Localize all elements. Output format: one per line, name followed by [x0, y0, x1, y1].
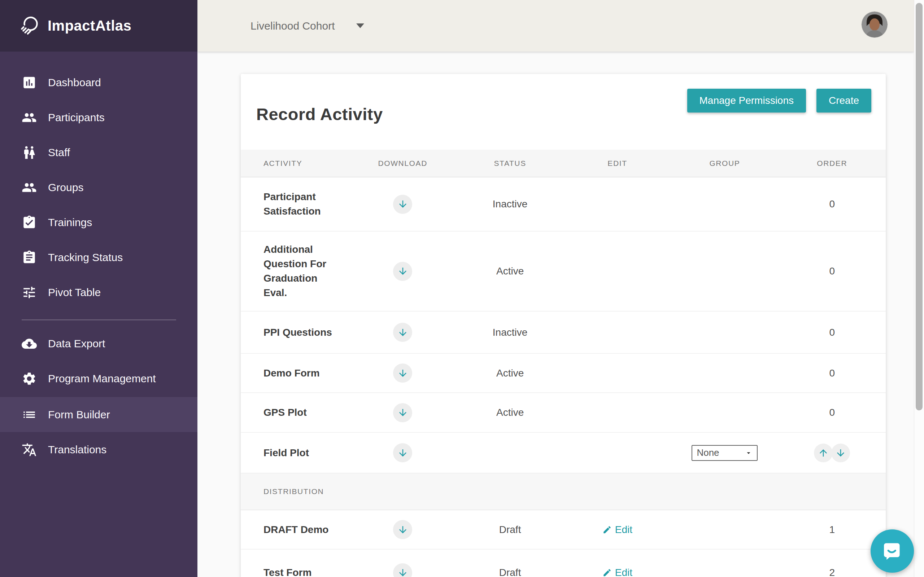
arrow-down-icon	[397, 567, 408, 577]
download-button[interactable]	[393, 443, 412, 462]
table-row: GPS Plot Active 0	[241, 393, 886, 433]
sidebar-item-label: Pivot Table	[48, 286, 101, 298]
sidebar-divider	[22, 319, 176, 320]
activity-name: DRAFT Demo	[263, 522, 328, 537]
group-select-value: None	[696, 447, 745, 458]
status-text: Inactive	[493, 327, 528, 338]
download-button[interactable]	[393, 323, 412, 342]
sidebar-item-translations[interactable]: Translations	[0, 432, 197, 467]
sidebar-item-label: Trainings	[48, 216, 92, 229]
chat-bubble-icon	[882, 541, 903, 561]
column-header-download: DOWNLOAD	[349, 159, 456, 168]
sidebar-item-groups[interactable]: Groups	[0, 170, 197, 205]
move-down-button[interactable]	[831, 443, 850, 462]
sidebar-item-label: Participants	[48, 111, 105, 124]
form-builder-icon	[22, 407, 37, 422]
arrow-down-icon	[397, 524, 408, 535]
status-text: Active	[496, 367, 524, 379]
trainings-icon	[22, 215, 37, 230]
scrollbar-track	[914, 0, 924, 577]
scrollbar-thumb[interactable]	[916, 3, 922, 410]
pivot-table-icon	[22, 285, 37, 300]
sidebar-item-program-management[interactable]: Program Management	[0, 361, 197, 396]
caret-down-icon	[356, 23, 364, 28]
sidebar-item-pivot-table[interactable]: Pivot Table	[0, 275, 197, 310]
arrow-down-icon	[397, 266, 408, 277]
chat-launcher-button[interactable]	[871, 529, 914, 573]
table-row: Participant Satisfaction Inactive 0	[241, 177, 886, 232]
status-text: Inactive	[493, 198, 528, 210]
order-value: 0	[829, 407, 835, 418]
cohort-selector-value: Livelihood Cohort	[250, 20, 334, 32]
program-management-icon	[22, 371, 37, 386]
edit-link-label: Edit	[615, 524, 632, 535]
sidebar-item-label: Form Builder	[48, 409, 110, 421]
table-row: Additional Question For Graduation Eval.…	[241, 232, 886, 311]
column-header-activity: ACTIVITY	[241, 159, 349, 168]
order-value: 0	[829, 266, 835, 277]
cohort-selector[interactable]: Livelihood Cohort	[250, 0, 364, 52]
table-header-row: ACTIVITY DOWNLOAD STATUS EDIT GROUP ORDE…	[241, 150, 886, 177]
sidebar-item-tracking-status[interactable]: Tracking Status	[0, 240, 197, 275]
download-button[interactable]	[393, 364, 412, 383]
create-button[interactable]: Create	[816, 89, 871, 113]
table-row: Test Form Draft Edit 2	[241, 550, 886, 577]
activity-name: Additional Question For Graduation Eval.	[263, 242, 340, 300]
column-header-edit: EDIT	[564, 159, 671, 168]
download-button[interactable]	[393, 520, 412, 539]
activity-name: Test Form	[263, 566, 312, 577]
group-select[interactable]: None	[691, 445, 758, 461]
sidebar-item-participants[interactable]: Participants	[0, 100, 197, 135]
section-label: DISTRIBUTION	[263, 487, 324, 496]
sidebar-item-form-builder[interactable]: Form Builder	[0, 397, 197, 432]
download-button[interactable]	[393, 563, 412, 577]
download-button[interactable]	[393, 403, 412, 422]
order-value: 0	[829, 198, 835, 210]
table-row: Field Plot None	[241, 433, 886, 474]
status-text: Active	[496, 266, 524, 277]
move-up-button[interactable]	[814, 443, 833, 462]
manage-permissions-button[interactable]: Manage Permissions	[687, 89, 806, 113]
arrow-down-icon	[397, 327, 408, 338]
participants-icon	[22, 110, 37, 125]
data-export-icon	[22, 336, 37, 351]
edit-link[interactable]: Edit	[603, 524, 632, 535]
column-header-order: ORDER	[779, 159, 886, 168]
topbar: Livelihood Cohort	[197, 0, 914, 52]
sidebar-item-data-export[interactable]: Data Export	[0, 326, 197, 361]
order-value: 1	[829, 524, 835, 535]
table-row: PPI Questions Inactive 0	[241, 311, 886, 354]
order-value: 0	[829, 327, 835, 338]
download-button[interactable]	[393, 262, 412, 281]
sidebar-item-label: Translations	[48, 443, 107, 456]
status-text: Active	[496, 407, 524, 418]
table-row: DRAFT Demo Draft Edit 1	[241, 510, 886, 550]
edit-link[interactable]: Edit	[603, 567, 632, 577]
sidebar-item-trainings[interactable]: Trainings	[0, 205, 197, 240]
arrow-down-icon	[397, 368, 408, 379]
edit-link-label: Edit	[615, 567, 632, 577]
sidebar-item-dashboard[interactable]: Dashboard	[0, 65, 197, 100]
order-value: 2	[829, 567, 835, 577]
sidebar-item-staff[interactable]: Staff	[0, 135, 197, 170]
translations-icon	[22, 442, 37, 457]
activity-name: Demo Form	[263, 366, 320, 380]
impactatlas-bulb-icon	[19, 14, 43, 38]
order-value: 0	[829, 367, 835, 379]
download-button[interactable]	[393, 195, 412, 214]
sidebar-item-label: Staff	[48, 147, 70, 159]
record-activity-card: Record Activity Manage Permissions Creat…	[241, 74, 886, 577]
sidebar-item-label: Data Export	[48, 338, 105, 350]
sidebar-item-label: Dashboard	[48, 76, 101, 89]
column-header-group: GROUP	[671, 159, 778, 168]
user-avatar[interactable]	[861, 11, 888, 37]
activity-name: Field Plot	[263, 446, 309, 460]
sidebar-item-label: Tracking Status	[48, 251, 123, 264]
dashboard-icon	[22, 75, 37, 90]
main-content: Record Activity Manage Permissions Creat…	[197, 52, 914, 577]
pencil-icon	[603, 525, 612, 534]
sidebar-item-label: Program Management	[48, 372, 155, 385]
column-header-status: STATUS	[456, 159, 564, 168]
arrow-down-icon	[835, 448, 846, 458]
brand-name: ImpactAtlas	[48, 18, 131, 34]
